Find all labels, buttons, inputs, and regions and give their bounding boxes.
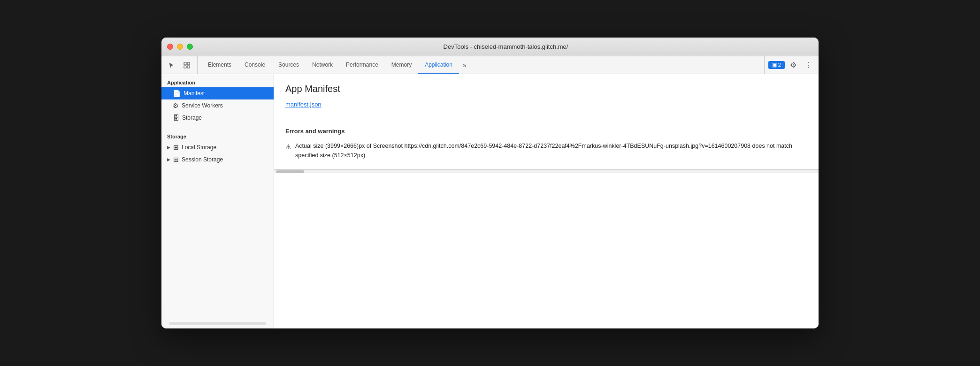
- errors-title: Errors and warnings: [285, 128, 807, 135]
- title-bar: DevTools - chiseled-mammoth-talos.glitch…: [161, 38, 819, 56]
- more-tabs-button[interactable]: »: [459, 56, 470, 74]
- tab-sources[interactable]: Sources: [272, 56, 306, 74]
- inspect-icon[interactable]: [180, 59, 193, 72]
- session-storage-label: Session Storage: [182, 156, 223, 163]
- sidebar-service-workers-label: Service Workers: [182, 102, 223, 109]
- storage-section-title: Storage: [161, 128, 274, 141]
- minimize-button[interactable]: [177, 44, 183, 50]
- more-options-button[interactable]: ⋮: [802, 59, 815, 72]
- cursor-icon[interactable]: [165, 59, 178, 72]
- tab-network[interactable]: Network: [306, 56, 339, 74]
- svg-rect-3: [187, 66, 190, 68]
- tab-console[interactable]: Console: [238, 56, 272, 74]
- content-panel: App Manifest manifest.json Errors and wa…: [274, 74, 819, 328]
- session-storage-icon: ⊞: [173, 156, 179, 163]
- storage-icon: 🗄: [173, 114, 179, 122]
- sidebar-manifest-label: Manifest: [184, 90, 205, 97]
- traffic-lights: [167, 44, 193, 50]
- devtools-window: DevTools - chiseled-mammoth-talos.glitch…: [161, 38, 819, 328]
- expand-local-storage-icon: ▶: [167, 145, 170, 150]
- service-workers-icon: ⚙: [173, 102, 179, 109]
- window-title: DevTools - chiseled-mammoth-talos.glitch…: [199, 43, 813, 50]
- content-scrollbar[interactable]: [276, 170, 304, 173]
- close-button[interactable]: [167, 44, 173, 50]
- settings-button[interactable]: ⚙: [787, 59, 800, 72]
- expand-session-storage-icon: ▶: [167, 157, 170, 162]
- tab-performance[interactable]: Performance: [339, 56, 385, 74]
- sidebar-item-storage[interactable]: 🗄 Storage: [161, 112, 274, 124]
- tabs-container: Elements Console Sources Network Perform…: [201, 56, 764, 74]
- local-storage-label: Local Storage: [182, 144, 216, 151]
- tab-application[interactable]: Application: [418, 56, 459, 74]
- errors-section: Errors and warnings ⚠ Actual size (3999×…: [274, 118, 819, 169]
- tab-bar-tools: [165, 56, 198, 74]
- tab-elements[interactable]: Elements: [201, 56, 238, 74]
- svg-rect-2: [184, 66, 186, 68]
- main-area: Application 📄 Manifest ⚙ Service Workers…: [161, 74, 819, 328]
- sidebar-divider: [161, 126, 274, 126]
- warning-row: ⚠ Actual size (3999×2666)px of Screensho…: [285, 141, 807, 160]
- svg-rect-1: [187, 62, 190, 65]
- messages-badge[interactable]: ▣ 2: [768, 61, 785, 69]
- sidebar: Application 📄 Manifest ⚙ Service Workers…: [161, 74, 274, 328]
- sidebar-item-manifest[interactable]: 📄 Manifest: [161, 87, 274, 99]
- tab-bar-right: ▣ 2 ⚙ ⋮: [764, 56, 815, 74]
- local-storage-icon: ⊞: [173, 144, 179, 151]
- sidebar-item-service-workers[interactable]: ⚙ Service Workers: [161, 99, 274, 112]
- page-title: App Manifest: [285, 84, 807, 94]
- warning-text: Actual size (3999×2666)px of Screenshot …: [295, 141, 807, 160]
- sidebar-item-local-storage[interactable]: ▶ ⊞ Local Storage: [161, 141, 274, 153]
- maximize-button[interactable]: [187, 44, 193, 50]
- manifest-section: App Manifest manifest.json: [274, 74, 819, 118]
- manifest-link[interactable]: manifest.json: [285, 101, 322, 108]
- sidebar-scrollbar[interactable]: [169, 322, 266, 325]
- content-scrollbar-wrap: [274, 169, 819, 173]
- application-section-title: Application: [161, 74, 274, 87]
- warning-icon: ⚠: [285, 142, 291, 152]
- sidebar-storage-label: Storage: [182, 114, 202, 121]
- tab-memory[interactable]: Memory: [385, 56, 418, 74]
- sidebar-item-session-storage[interactable]: ▶ ⊞ Session Storage: [161, 153, 274, 166]
- manifest-icon: 📄: [173, 90, 181, 97]
- svg-rect-0: [184, 62, 186, 65]
- tab-bar: Elements Console Sources Network Perform…: [161, 56, 819, 74]
